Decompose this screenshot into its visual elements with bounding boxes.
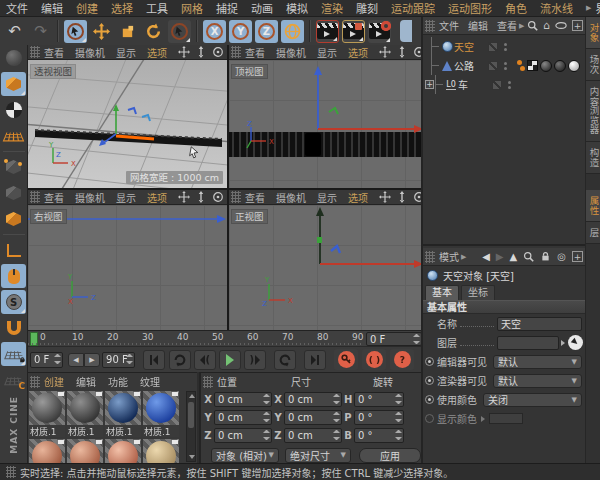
menu-item-snap[interactable]: 捕捉 <box>216 0 238 16</box>
record-keyframe-button[interactable] <box>334 349 358 370</box>
frame-forward-button[interactable]: ▶ <box>84 353 100 367</box>
snap-button[interactable]: S <box>1 290 26 314</box>
side-tab-content-browser[interactable]: 内容浏览器 <box>586 81 600 142</box>
anim-dot-icon[interactable] <box>425 395 434 404</box>
zoom-view-icon[interactable] <box>195 191 207 203</box>
parent-up-icon[interactable]: ▲ <box>510 251 518 262</box>
panel-grip[interactable] <box>231 191 241 203</box>
menu-item-pipeline[interactable]: 流水线 <box>540 0 573 16</box>
material-tag[interactable] <box>540 60 552 72</box>
material-thumbnail[interactable]: 材质.1 <box>105 391 141 437</box>
menu-item-mesh[interactable]: 网格 <box>181 0 203 16</box>
orbit-view-icon[interactable] <box>212 46 224 58</box>
size-x-input[interactable] <box>284 392 342 407</box>
viewport-menu-options[interactable]: 选项 <box>147 45 167 60</box>
start-frame-field[interactable] <box>30 352 63 368</box>
points-mode-button[interactable] <box>1 155 26 179</box>
viewport-menu-cameras[interactable]: 摄像机 <box>276 45 306 60</box>
pick-object-icon[interactable] <box>568 335 583 350</box>
lock-icon[interactable] <box>540 251 551 262</box>
viewport-menu-view[interactable]: 查看 <box>245 190 265 205</box>
rotation-h-input[interactable] <box>354 392 404 407</box>
play-reverse-button[interactable] <box>169 350 191 370</box>
pan-view-icon[interactable] <box>178 46 190 58</box>
viewport-menu-cameras[interactable]: 摄像机 <box>75 190 105 205</box>
position-y-field[interactable] <box>214 410 272 425</box>
home-icon[interactable]: ⌂ <box>543 19 550 32</box>
menu-item-mograph[interactable]: 运动图形 <box>448 0 492 16</box>
panel-grip[interactable] <box>425 20 435 32</box>
viewport-menu-view[interactable]: 查看 <box>44 45 64 60</box>
menu-item-animate[interactable]: 动画 <box>251 0 273 16</box>
panel-grip[interactable] <box>425 251 435 263</box>
side-tab-takes[interactable]: 场次 <box>586 49 600 81</box>
am-menu-mode[interactable]: 模式 <box>439 249 459 264</box>
side-tab-structure[interactable]: 构造 <box>586 142 600 174</box>
position-z-field[interactable] <box>214 428 272 443</box>
panel-grip[interactable] <box>6 466 16 478</box>
frame-increment-field[interactable] <box>366 332 422 346</box>
rotation-h-field[interactable] <box>354 392 404 407</box>
lock-workplane-button[interactable]: 🔒︎ <box>1 342 26 366</box>
zoom-view-icon[interactable] <box>396 191 408 203</box>
menu-item-character[interactable]: 角色 <box>505 0 527 16</box>
start-frame-input[interactable] <box>30 352 63 368</box>
size-y-input[interactable] <box>284 410 342 425</box>
uvw-tag-icon[interactable] <box>527 60 538 71</box>
scroll-down-icon[interactable] <box>189 455 195 459</box>
basic-properties-section[interactable]: 基本属性 <box>423 300 587 314</box>
previous-key-button[interactable]: ( <box>194 350 216 370</box>
expand-arrow-icon[interactable] <box>481 416 485 422</box>
model-mode-button[interactable] <box>1 46 26 70</box>
material-menu-texture[interactable]: 纹理 <box>140 374 160 389</box>
om-menu-edit[interactable]: 编辑 <box>468 18 488 33</box>
material-manager-button[interactable] <box>1 98 26 122</box>
size-y-field[interactable] <box>284 410 342 425</box>
display-color-swatch[interactable] <box>489 413 523 424</box>
menu-item-motion-tracker[interactable]: 运动跟踪 <box>391 0 435 16</box>
size-z-input[interactable] <box>284 428 342 443</box>
material-thumbnail[interactable] <box>143 439 179 463</box>
render-to-picture-viewer-button[interactable] <box>342 20 365 43</box>
workplane-mode-button[interactable]: C <box>1 368 26 392</box>
keyframe-options-button[interactable]: ? <box>390 349 414 370</box>
material-thumbnail[interactable]: 材质.1 <box>29 391 65 437</box>
editor-visibility-dropdown[interactable]: 默认▼ <box>493 355 582 369</box>
lock-x-axis-button[interactable]: X <box>203 20 226 43</box>
end-frame-input[interactable] <box>102 352 135 368</box>
expand-icon[interactable]: + <box>425 80 434 89</box>
size-mode-dropdown[interactable]: 绝对尺寸▼ <box>285 448 351 463</box>
menu-item-file[interactable]: 文件 <box>6 0 28 16</box>
redo-button[interactable]: ↷ <box>29 20 52 43</box>
rotate-tool-button[interactable] <box>142 20 165 43</box>
search-icon[interactable] <box>523 251 534 262</box>
anim-dot-icon[interactable] <box>425 376 434 385</box>
name-field[interactable] <box>497 317 582 331</box>
object-name[interactable]: 公路 <box>454 58 486 73</box>
axis-mode-button[interactable] <box>1 238 26 262</box>
tag-dot[interactable] <box>517 60 522 65</box>
pan-view-icon[interactable] <box>379 191 391 203</box>
timeline-ruler[interactable]: 0 10 20 30 40 50 60 70 80 90 <box>28 330 425 347</box>
partial-toolbar-button[interactable] <box>400 20 412 42</box>
goto-start-button[interactable] <box>143 350 165 370</box>
position-y-input[interactable] <box>214 410 272 425</box>
zoom-view-icon[interactable] <box>396 46 408 58</box>
scale-tool-button[interactable] <box>116 20 139 43</box>
eye-icon[interactable] <box>555 22 567 29</box>
search-icon[interactable] <box>527 20 538 31</box>
material-thumbnail[interactable]: 材质.1 <box>143 391 179 437</box>
use-color-dropdown[interactable]: 关闭▼ <box>483 393 582 407</box>
material-thumbnail[interactable] <box>67 439 103 463</box>
render-settings-button[interactable] <box>368 20 391 43</box>
live-selection-tool-button[interactable] <box>64 20 87 43</box>
tag-dot[interactable] <box>520 66 525 71</box>
position-x-field[interactable] <box>214 392 272 407</box>
viewport-menu-view[interactable]: 查看 <box>44 190 64 205</box>
tab-basic[interactable]: 基本 <box>425 285 459 300</box>
viewport-perspective[interactable]: 查看 摄像机 显示 选项 <box>28 45 227 188</box>
scroll-thumb[interactable] <box>188 402 194 428</box>
rotation-p-input[interactable] <box>354 410 404 425</box>
material-thumbnail[interactable] <box>29 439 65 463</box>
tab-coordinates[interactable]: 坐标 <box>461 285 495 300</box>
